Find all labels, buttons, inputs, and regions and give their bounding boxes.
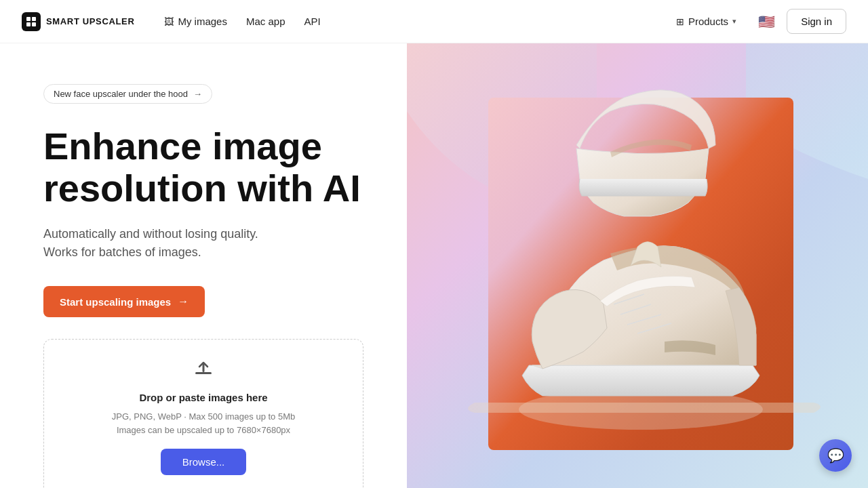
main-content: New face upscaler under the hood → Enhan… [0,43,868,488]
hero-subtitle-line2: Works for batches of images. [43,245,201,259]
flag-icon: 🇺🇸 [758,14,775,30]
hero-title: Enhance image resolution with AI [43,125,363,209]
hero-subtitle: Automatically and without losing quality… [43,225,363,262]
sneaker-illustration [407,43,868,488]
language-button[interactable]: 🇺🇸 [754,9,778,34]
logo-text: SMART UPSCALER [46,16,134,26]
svg-rect-0 [26,17,31,21]
upload-dropzone[interactable]: Drop or paste images here JPG, PNG, WebP… [43,339,363,488]
grid-icon: ⊞ [676,16,684,27]
cta-label: Start upscaling images [60,296,171,308]
announcement-badge[interactable]: New face upscaler under the hood → [43,84,212,104]
svg-rect-4 [195,372,212,374]
upload-subtitle-line1: JPG, PNG, WebP · Max 500 images up to 5M… [112,411,295,422]
nav-api[interactable]: API [296,10,329,33]
hero-image [407,43,868,488]
nav-right: ⊞ Products ▾ 🇺🇸 Sign in [667,9,846,34]
signin-button[interactable]: Sign in [787,9,846,34]
image-bg [407,43,868,488]
chevron-down-icon: ▾ [732,17,736,26]
hero-title-line1: Enhance image [43,125,322,167]
badge-arrow-icon: → [193,89,202,99]
nav-api-label: API [304,16,321,27]
chat-icon: 💬 [827,447,844,464]
announcement-text: New face upscaler under the hood [54,89,188,99]
nav-mac-app-label: Mac app [246,16,285,27]
upload-subtitle: JPG, PNG, WebP · Max 500 images up to 5M… [112,410,295,436]
nav-mac-app[interactable]: Mac app [238,10,294,33]
logo-icon [22,12,41,31]
nav-my-images[interactable]: 🖼 My images [156,10,235,33]
browse-button[interactable]: Browse... [161,449,247,475]
svg-rect-1 [32,17,36,21]
upload-svg [193,359,214,380]
left-panel: New face upscaler under the hood → Enhan… [0,43,407,488]
logo-svg [26,16,37,27]
logo[interactable]: SMART UPSCALER [22,12,134,31]
cta-button[interactable]: Start upscaling images → [43,286,205,317]
products-label: Products [688,16,728,27]
upload-title: Drop or paste images here [139,392,267,403]
svg-rect-2 [26,22,31,26]
svg-rect-3 [32,22,36,26]
hero-title-line2: resolution with AI [43,167,361,209]
products-button[interactable]: ⊞ Products ▾ [667,10,746,33]
navbar: SMART UPSCALER 🖼 My images Mac app API ⊞… [0,0,868,43]
images-icon: 🖼 [164,16,174,27]
nav-my-images-label: My images [178,16,227,27]
hero-subtitle-line1: Automatically and without losing quality… [43,227,258,241]
nav-links: 🖼 My images Mac app API [156,10,328,33]
cta-arrow-icon: → [178,296,189,308]
upload-subtitle-line2: Images can be upscaled up to 7680×7680px [117,425,290,435]
upload-icon [193,359,214,385]
chat-button[interactable]: 💬 [819,439,852,472]
